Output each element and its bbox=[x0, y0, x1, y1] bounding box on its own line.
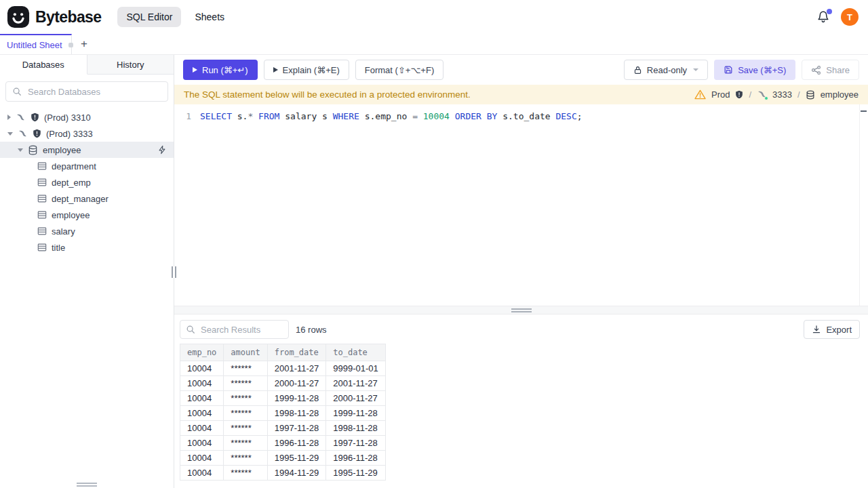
chevron-right-icon[interactable] bbox=[7, 115, 11, 120]
cell: ****** bbox=[224, 391, 267, 406]
tree-table-employee[interactable]: employee bbox=[0, 207, 174, 223]
readonly-label: Read-only bbox=[647, 65, 687, 75]
table-icon bbox=[37, 210, 47, 220]
sql-token: s. bbox=[232, 111, 248, 121]
table-icon bbox=[37, 194, 47, 203]
row-count: 16 rows bbox=[296, 325, 327, 335]
cell: 10004 bbox=[180, 376, 224, 391]
sheet-tabstrip: Untitled Sheet + bbox=[0, 34, 868, 55]
save-button-label: Save (⌘+S) bbox=[738, 65, 786, 75]
sidebar-tabs: Databases History bbox=[0, 55, 174, 75]
tab-databases[interactable]: Databases bbox=[0, 55, 87, 75]
play-icon bbox=[193, 67, 197, 73]
cell: 9999-01-01 bbox=[326, 361, 386, 376]
notification-bell-icon[interactable] bbox=[816, 10, 830, 24]
editor-toolbar: Run (⌘+↵) Explain (⌘+E) Format (⇧+⌥+F) R… bbox=[174, 55, 868, 85]
cell: 2000-11-27 bbox=[326, 391, 386, 406]
tree-table-department[interactable]: department bbox=[0, 158, 174, 174]
notification-dot bbox=[827, 9, 832, 14]
database-icon bbox=[806, 90, 815, 100]
sidebar-resize-handle[interactable] bbox=[172, 266, 176, 278]
instance-name[interactable]: 3333 bbox=[772, 89, 792, 100]
tree-table-title[interactable]: title bbox=[0, 239, 174, 256]
sql-token: WHERE bbox=[333, 111, 359, 121]
tab-history[interactable]: History bbox=[87, 55, 174, 75]
search-databases-input[interactable] bbox=[26, 86, 161, 98]
sql-token: s.to_date bbox=[497, 111, 555, 121]
nav-sheets[interactable]: Sheets bbox=[195, 12, 224, 22]
warning-triangle-icon bbox=[694, 89, 706, 100]
cell: 1999-11-28 bbox=[326, 406, 386, 421]
tree-item-label: dept_emp bbox=[52, 178, 91, 188]
scrollbar-annotation-mark bbox=[861, 110, 867, 112]
sql-token: s.emp_no bbox=[359, 111, 412, 121]
cell: 2000-11-27 bbox=[267, 376, 326, 391]
chevron-down-icon bbox=[693, 68, 698, 71]
lock-icon bbox=[633, 66, 642, 75]
tab-untitled-sheet[interactable]: Untitled Sheet bbox=[0, 34, 72, 54]
tree-item-label: dept_manager bbox=[52, 194, 108, 204]
search-results-input[interactable] bbox=[199, 324, 283, 336]
environment-shield-icon bbox=[33, 129, 41, 138]
tree-table-dept-manager[interactable]: dept_manager bbox=[0, 190, 174, 207]
sql-token: salary s bbox=[279, 111, 332, 121]
cell: 1999-11-28 bbox=[267, 391, 326, 406]
download-icon bbox=[812, 325, 821, 334]
table-icon bbox=[37, 161, 47, 171]
format-button[interactable]: Format (⇧+⌥+F) bbox=[355, 60, 443, 80]
cell: 10004 bbox=[180, 406, 224, 421]
tree-item-label: employee bbox=[52, 210, 90, 220]
environment-badge[interactable]: Prod bbox=[711, 89, 730, 100]
tree-table-dept-emp[interactable]: dept_emp bbox=[0, 174, 174, 190]
table-row: 10004******1998-11-281999-11-28 bbox=[180, 406, 386, 421]
column-header-emp-no: emp_no bbox=[180, 344, 224, 361]
main-panel: Run (⌘+↵) Explain (⌘+E) Format (⇧+⌥+F) R… bbox=[174, 55, 868, 488]
results-table-wrap: emp_no amount from_date to_date 10004***… bbox=[174, 344, 868, 488]
cell: 1996-11-28 bbox=[326, 451, 386, 466]
chevron-down-icon[interactable] bbox=[18, 148, 23, 152]
table-row: 10004******1997-11-281998-11-28 bbox=[180, 421, 386, 436]
tree-table-salary[interactable]: salary bbox=[0, 223, 174, 239]
database-search bbox=[5, 81, 168, 102]
cell: ****** bbox=[224, 451, 267, 466]
tree-item-label: title bbox=[52, 243, 65, 253]
save-icon bbox=[724, 65, 733, 75]
sql-code-line[interactable]: 1 SELECT s.* FROM salary s WHERE s.emp_n… bbox=[174, 110, 868, 123]
share-button[interactable]: Share bbox=[802, 60, 859, 80]
brand[interactable]: Bytebase bbox=[7, 5, 101, 28]
resize-handle-icon[interactable] bbox=[511, 308, 532, 312]
breadcrumb-separator: / bbox=[797, 89, 800, 100]
sql-editor[interactable]: 1 SELECT s.* FROM salary s WHERE s.emp_n… bbox=[174, 104, 868, 306]
results-resize-divider[interactable] bbox=[174, 306, 868, 314]
header-right: T bbox=[816, 8, 859, 26]
sidebar: Databases History bbox=[0, 55, 174, 488]
cell: 2001-11-27 bbox=[267, 361, 326, 376]
run-button[interactable]: Run (⌘+↵) bbox=[183, 60, 258, 80]
connect-bolt-icon[interactable] bbox=[157, 145, 167, 155]
readonly-mode-dropdown[interactable]: Read-only bbox=[624, 60, 708, 80]
sidebar-bottom-resize-handle[interactable] bbox=[77, 483, 97, 487]
chevron-down-icon[interactable] bbox=[7, 132, 13, 136]
tree-instance-prod-3333[interactable]: (Prod) 3333 bbox=[0, 125, 174, 142]
tree-instance-prod-3310[interactable]: (Prod) 3310 bbox=[0, 109, 174, 125]
tree-item-label: salary bbox=[52, 226, 75, 237]
tree-item-label: (Prod) 3333 bbox=[46, 129, 93, 139]
avatar[interactable]: T bbox=[841, 8, 859, 26]
add-sheet-button[interactable]: + bbox=[72, 34, 96, 54]
sql-token bbox=[418, 111, 423, 121]
main-nav: SQL Editor Sheets bbox=[117, 7, 224, 27]
results-panel: 16 rows Export emp_no amount bbox=[174, 314, 868, 488]
cell: ****** bbox=[224, 406, 267, 421]
export-button[interactable]: Export bbox=[804, 320, 860, 339]
share-button-label: Share bbox=[826, 65, 850, 75]
tree-database-employee[interactable]: employee bbox=[0, 142, 174, 158]
table-row: 10004******1995-11-291996-11-28 bbox=[180, 451, 386, 466]
database-tree: (Prod) 3310 (Prod) 3333 bbox=[0, 109, 174, 256]
cell: 1998-11-28 bbox=[267, 406, 326, 421]
save-button[interactable]: Save (⌘+S) bbox=[714, 60, 795, 80]
app-root: Bytebase SQL Editor Sheets T Untitled Sh… bbox=[0, 0, 868, 488]
database-name[interactable]: employee bbox=[821, 89, 859, 100]
nav-sql-editor[interactable]: SQL Editor bbox=[117, 7, 181, 27]
explain-button[interactable]: Explain (⌘+E) bbox=[264, 60, 349, 80]
editor-scrollbar[interactable] bbox=[859, 104, 868, 306]
